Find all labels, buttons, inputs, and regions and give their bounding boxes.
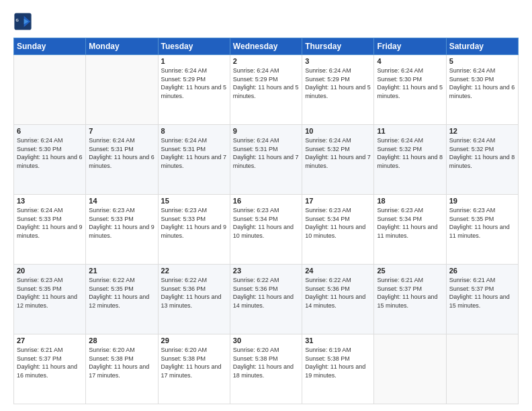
calendar-cell: 10Sunrise: 6:24 AMSunset: 5:32 PMDayligh… [302, 125, 374, 195]
calendar-cell: 27Sunrise: 6:21 AMSunset: 5:37 PMDayligh… [14, 334, 86, 404]
day-info: Sunrise: 6:21 AMSunset: 5:37 PMDaylight:… [449, 276, 515, 310]
day-number: 3 [305, 57, 371, 65]
day-number: 6 [17, 127, 83, 135]
calendar-cell: 12Sunrise: 6:24 AMSunset: 5:32 PMDayligh… [446, 125, 518, 195]
day-info: Sunrise: 6:24 AMSunset: 5:33 PMDaylight:… [17, 206, 83, 240]
calendar-week-row: 20Sunrise: 6:23 AMSunset: 5:35 PMDayligh… [14, 265, 519, 334]
day-number: 20 [17, 267, 83, 275]
day-number: 23 [233, 267, 299, 275]
day-number: 21 [89, 267, 154, 275]
day-number: 27 [17, 336, 83, 345]
header: G [13, 12, 519, 31]
day-info: Sunrise: 6:23 AMSunset: 5:34 PMDaylight:… [233, 206, 299, 240]
calendar-week-row: 13Sunrise: 6:24 AMSunset: 5:33 PMDayligh… [14, 195, 519, 265]
calendar-cell [14, 55, 86, 125]
day-number: 4 [377, 57, 443, 65]
calendar-header-thursday: Thursday [302, 38, 374, 55]
day-info: Sunrise: 6:21 AMSunset: 5:37 PMDaylight:… [377, 276, 443, 310]
day-info: Sunrise: 6:24 AMSunset: 5:29 PMDaylight:… [161, 66, 227, 100]
day-info: Sunrise: 6:20 AMSunset: 5:38 PMDaylight:… [89, 346, 154, 379]
calendar-cell: 13Sunrise: 6:24 AMSunset: 5:33 PMDayligh… [14, 195, 86, 265]
day-info: Sunrise: 6:20 AMSunset: 5:38 PMDaylight:… [233, 346, 299, 379]
day-info: Sunrise: 6:24 AMSunset: 5:32 PMDaylight:… [449, 136, 515, 170]
calendar-cell: 16Sunrise: 6:23 AMSunset: 5:34 PMDayligh… [230, 195, 302, 265]
calendar-cell: 8Sunrise: 6:24 AMSunset: 5:31 PMDaylight… [158, 125, 230, 195]
day-info: Sunrise: 6:24 AMSunset: 5:31 PMDaylight:… [89, 136, 154, 170]
calendar-cell [446, 334, 518, 404]
day-number: 2 [233, 57, 299, 65]
calendar-table: SundayMondayTuesdayWednesdayThursdayFrid… [13, 38, 519, 404]
day-number: 16 [233, 197, 299, 205]
svg-text:G: G [16, 18, 19, 22]
day-info: Sunrise: 6:22 AMSunset: 5:35 PMDaylight:… [89, 276, 154, 310]
day-info: Sunrise: 6:24 AMSunset: 5:32 PMDaylight:… [305, 136, 371, 170]
day-info: Sunrise: 6:19 AMSunset: 5:38 PMDaylight:… [305, 346, 371, 379]
day-number: 22 [161, 267, 227, 275]
calendar-cell: 28Sunrise: 6:20 AMSunset: 5:38 PMDayligh… [86, 334, 158, 404]
day-number: 29 [161, 336, 227, 345]
day-info: Sunrise: 6:21 AMSunset: 5:37 PMDaylight:… [17, 346, 83, 379]
day-info: Sunrise: 6:23 AMSunset: 5:33 PMDaylight:… [161, 206, 227, 240]
day-info: Sunrise: 6:24 AMSunset: 5:30 PMDaylight:… [17, 136, 83, 170]
calendar-header-tuesday: Tuesday [158, 38, 230, 55]
logo-icon: G [13, 12, 32, 31]
calendar-cell: 2Sunrise: 6:24 AMSunset: 5:29 PMDaylight… [230, 55, 302, 125]
calendar-cell: 21Sunrise: 6:22 AMSunset: 5:35 PMDayligh… [86, 265, 158, 334]
day-info: Sunrise: 6:24 AMSunset: 5:29 PMDaylight:… [305, 66, 371, 100]
day-number: 17 [305, 197, 371, 205]
calendar-header-saturday: Saturday [446, 38, 518, 55]
calendar-cell [86, 55, 158, 125]
day-info: Sunrise: 6:20 AMSunset: 5:38 PMDaylight:… [161, 346, 227, 379]
calendar-header-monday: Monday [86, 38, 158, 55]
calendar-cell: 11Sunrise: 6:24 AMSunset: 5:32 PMDayligh… [374, 125, 446, 195]
day-info: Sunrise: 6:24 AMSunset: 5:31 PMDaylight:… [233, 136, 299, 170]
calendar-cell: 3Sunrise: 6:24 AMSunset: 5:29 PMDaylight… [302, 55, 374, 125]
calendar-cell: 15Sunrise: 6:23 AMSunset: 5:33 PMDayligh… [158, 195, 230, 265]
day-number: 30 [233, 336, 299, 345]
day-number: 9 [233, 127, 299, 135]
day-info: Sunrise: 6:24 AMSunset: 5:30 PMDaylight:… [449, 66, 515, 100]
calendar-cell: 9Sunrise: 6:24 AMSunset: 5:31 PMDaylight… [230, 125, 302, 195]
day-info: Sunrise: 6:22 AMSunset: 5:36 PMDaylight:… [233, 276, 299, 310]
calendar-cell: 4Sunrise: 6:24 AMSunset: 5:30 PMDaylight… [374, 55, 446, 125]
day-info: Sunrise: 6:23 AMSunset: 5:34 PMDaylight:… [377, 206, 443, 240]
day-info: Sunrise: 6:23 AMSunset: 5:33 PMDaylight:… [89, 206, 154, 240]
day-number: 28 [89, 336, 154, 345]
calendar-cell: 19Sunrise: 6:23 AMSunset: 5:35 PMDayligh… [446, 195, 518, 265]
day-info: Sunrise: 6:24 AMSunset: 5:29 PMDaylight:… [233, 66, 299, 100]
day-info: Sunrise: 6:24 AMSunset: 5:30 PMDaylight:… [377, 66, 443, 100]
day-number: 18 [377, 197, 443, 205]
calendar-cell: 25Sunrise: 6:21 AMSunset: 5:37 PMDayligh… [374, 265, 446, 334]
calendar-cell: 20Sunrise: 6:23 AMSunset: 5:35 PMDayligh… [14, 265, 86, 334]
calendar-cell: 14Sunrise: 6:23 AMSunset: 5:33 PMDayligh… [86, 195, 158, 265]
day-number: 1 [161, 57, 227, 65]
day-number: 26 [449, 267, 515, 275]
day-number: 14 [89, 197, 154, 205]
calendar-cell: 1Sunrise: 6:24 AMSunset: 5:29 PMDaylight… [158, 55, 230, 125]
day-number: 13 [17, 197, 83, 205]
calendar-week-row: 27Sunrise: 6:21 AMSunset: 5:37 PMDayligh… [14, 334, 519, 404]
calendar-cell: 23Sunrise: 6:22 AMSunset: 5:36 PMDayligh… [230, 265, 302, 334]
calendar-header-sunday: Sunday [14, 38, 86, 55]
calendar-cell: 7Sunrise: 6:24 AMSunset: 5:31 PMDaylight… [86, 125, 158, 195]
day-number: 25 [377, 267, 443, 275]
calendar-cell: 24Sunrise: 6:22 AMSunset: 5:36 PMDayligh… [302, 265, 374, 334]
calendar-cell: 31Sunrise: 6:19 AMSunset: 5:38 PMDayligh… [302, 334, 374, 404]
calendar-cell: 22Sunrise: 6:22 AMSunset: 5:36 PMDayligh… [158, 265, 230, 334]
day-number: 10 [305, 127, 371, 135]
calendar-cell: 5Sunrise: 6:24 AMSunset: 5:30 PMDaylight… [446, 55, 518, 125]
day-info: Sunrise: 6:22 AMSunset: 5:36 PMDaylight:… [161, 276, 227, 310]
page: G SundayMondayTuesdayWednesdayThursdayFr… [0, 0, 532, 411]
day-number: 8 [161, 127, 227, 135]
day-number: 7 [89, 127, 154, 135]
day-info: Sunrise: 6:23 AMSunset: 5:35 PMDaylight:… [449, 206, 515, 240]
day-info: Sunrise: 6:22 AMSunset: 5:36 PMDaylight:… [305, 276, 371, 310]
calendar-week-row: 1Sunrise: 6:24 AMSunset: 5:29 PMDaylight… [14, 55, 519, 125]
day-info: Sunrise: 6:24 AMSunset: 5:32 PMDaylight:… [377, 136, 443, 170]
calendar-cell: 30Sunrise: 6:20 AMSunset: 5:38 PMDayligh… [230, 334, 302, 404]
day-info: Sunrise: 6:23 AMSunset: 5:34 PMDaylight:… [305, 206, 371, 240]
day-number: 11 [377, 127, 443, 135]
day-number: 12 [449, 127, 515, 135]
calendar-header-row: SundayMondayTuesdayWednesdayThursdayFrid… [14, 38, 519, 55]
calendar-cell [374, 334, 446, 404]
